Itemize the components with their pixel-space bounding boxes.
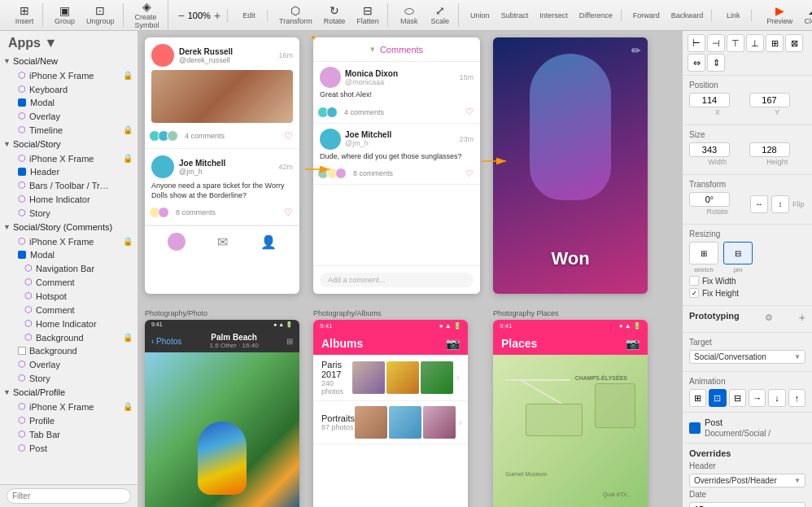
- align-left-button[interactable]: ⊢: [688, 34, 705, 52]
- anim-btn-3[interactable]: ⊟: [729, 389, 746, 407]
- canvas[interactable]: Derek Russell @derek_russell 16m: [138, 31, 682, 507]
- cloud-button[interactable]: ☁ Cloud: [799, 3, 812, 27]
- story-card[interactable]: Won ✏: [493, 37, 648, 294]
- create-symbol-button[interactable]: ◈ Create Symbol: [130, 0, 164, 31]
- comments-title: Comments: [380, 45, 423, 55]
- date-field[interactable]: [689, 502, 805, 507]
- zoom-minus-button[interactable]: −: [177, 9, 186, 22]
- album-item-paris[interactable]: Paris 2017 240 photos ›: [313, 355, 468, 401]
- social-post-card[interactable]: Derek Russell @derek_russell 16m: [145, 37, 299, 294]
- heart-icon-c1[interactable]: ♡: [465, 107, 474, 117]
- heart-icon-c2[interactable]: ♡: [465, 168, 474, 179]
- union-button[interactable]: Union: [465, 10, 495, 21]
- target-dropdown[interactable]: Social/Conversation ▼: [689, 350, 805, 364]
- backward-button[interactable]: Backward: [666, 10, 709, 21]
- sidebar-section-social-story[interactable]: ▼ Social/Story: [0, 137, 138, 151]
- sidebar-item-overlay-1[interactable]: ⬡ Overlay: [0, 109, 138, 123]
- sidebar-item-iphone-frame-1[interactable]: ⬡ iPhone X Frame 🔒: [0, 68, 138, 82]
- align-middle-button[interactable]: ⊞: [766, 34, 784, 52]
- sidebar-item-iphone-frame-3[interactable]: ⬡ iPhone X Frame 🔒: [0, 234, 138, 248]
- rotate-field[interactable]: [689, 192, 730, 207]
- edit-button[interactable]: Edit: [234, 10, 264, 21]
- y-position-field[interactable]: [749, 93, 790, 107]
- align-right-button[interactable]: ⊤: [727, 34, 744, 52]
- sidebar-item-modal-1[interactable]: Modal: [0, 96, 138, 109]
- sidebar-item-comment-2[interactable]: ⬡ Comment: [0, 303, 138, 317]
- flip-v-button[interactable]: ↕: [771, 195, 789, 213]
- forward-button[interactable]: Forward: [628, 10, 665, 21]
- sidebar-item-background-1[interactable]: ⬡ Background 🔒: [0, 330, 138, 344]
- comment-input[interactable]: Add a comment...: [320, 273, 474, 287]
- sidebar-item-story-2[interactable]: ⬡ Story: [0, 371, 138, 385]
- rotate-button[interactable]: ↻ Rotate: [319, 3, 351, 27]
- sidebar-item-modal-2[interactable]: Modal: [0, 248, 138, 261]
- fix-height-checkbox[interactable]: ✓: [689, 288, 699, 298]
- mask-button[interactable]: ⬭ Mask: [395, 3, 424, 27]
- transform-button[interactable]: ⬡ Transform: [274, 3, 317, 27]
- sidebar-section-story-comments[interactable]: ▼ Social/Story (Comments): [0, 220, 138, 234]
- height-field[interactable]: [749, 142, 790, 157]
- symbol-icon: ⬡: [18, 180, 26, 190]
- heart-icon-2[interactable]: ♡: [284, 207, 293, 218]
- photo-card[interactable]: 9:41 ● ▲ 🔋 ‹ Photos Palm Beach 1.6 Other…: [145, 320, 299, 507]
- sidebar-section-social-profile[interactable]: ▼ Social/Profile: [0, 385, 138, 400]
- preview-button[interactable]: ▶ Preview: [762, 3, 797, 27]
- anim-btn-6[interactable]: ↑: [788, 389, 805, 407]
- album-item-portraits[interactable]: Portraits 87 photos ›: [313, 401, 468, 444]
- resizing-btn-2[interactable]: ⊟: [723, 242, 753, 264]
- sidebar-item-nav-bar[interactable]: ⬡ Navigation Bar: [0, 261, 138, 275]
- anim-btn-2[interactable]: ⊡: [709, 389, 726, 407]
- filter-input[interactable]: [7, 488, 131, 504]
- heart-icon-1[interactable]: ♡: [284, 130, 293, 142]
- distribute-h-button[interactable]: ⇔: [688, 54, 705, 72]
- scale-button[interactable]: ⤢ Scale: [426, 3, 455, 27]
- anim-btn-1[interactable]: ⊞: [689, 389, 706, 407]
- sidebar-item-keyboard[interactable]: ⬡ Keyboard: [0, 82, 138, 96]
- places-card[interactable]: 9:41 ● ▲ 🔋 Places 📷: [493, 320, 648, 507]
- sidebar-item-comment-1[interactable]: ⬡ Comment: [0, 275, 138, 289]
- sidebar-section-social-new[interactable]: ▼ Social/New: [0, 54, 138, 68]
- x-position-field[interactable]: [689, 93, 730, 107]
- fix-width-checkbox[interactable]: [689, 276, 699, 286]
- anim-btn-5[interactable]: ↓: [768, 389, 785, 407]
- sidebar-item-timeline[interactable]: ⬡ Timeline 🔒: [0, 123, 138, 137]
- sidebar-item-tab-bar[interactable]: ⬡ Tab Bar: [0, 427, 138, 441]
- plus-icon[interactable]: +: [799, 311, 805, 324]
- subtract-button[interactable]: Subtract: [496, 10, 534, 21]
- sidebar-item-post[interactable]: ⬡ Post: [0, 441, 138, 455]
- ungroup-button[interactable]: ⊡ Ungroup: [81, 3, 120, 27]
- sidebar-item-iphone-frame-2[interactable]: ⬡ iPhone X Frame 🔒: [0, 151, 138, 165]
- align-center-button[interactable]: ⊣: [707, 34, 725, 52]
- sidebar-item-story-1[interactable]: ⬡ Story: [0, 206, 138, 220]
- align-bottom-button[interactable]: ⊠: [785, 34, 803, 52]
- sidebar-item-home-indicator-2[interactable]: ⬡ Home Indicator: [0, 317, 138, 330]
- flip-h-button[interactable]: ↔: [750, 195, 768, 213]
- resizing-btn-1[interactable]: ⊞: [689, 242, 718, 264]
- anim-btn-4[interactable]: →: [749, 389, 766, 407]
- comment-count-2: 8 comments: [176, 208, 216, 216]
- zoom-plus-button[interactable]: +: [212, 9, 222, 22]
- difference-button[interactable]: Difference: [574, 10, 618, 21]
- sidebar-item-overlay-2[interactable]: ⬡ Overlay: [0, 357, 138, 371]
- sidebar-item-header[interactable]: Header: [0, 165, 138, 178]
- sidebar-item-background-rect[interactable]: Background: [0, 344, 138, 357]
- zoom-value: 100%: [188, 11, 211, 20]
- sidebar-header[interactable]: Apps ▼: [0, 31, 138, 54]
- albums-card[interactable]: 9:41 ● ▲ 🔋 Albums 📷 Paris 2017 240 p: [313, 320, 468, 507]
- sidebar-item-profile[interactable]: ⬡ Profile: [0, 413, 138, 427]
- sidebar-item-hotspot[interactable]: ⬡ Hotspot: [0, 289, 138, 303]
- group-button[interactable]: ▣ Group: [50, 3, 80, 27]
- distribute-v-button[interactable]: ⇕: [707, 54, 725, 72]
- sidebar-item-bars-toolbar[interactable]: ⬡ Bars / Toolbar / Transparent...: [0, 178, 138, 192]
- insert-button[interactable]: ⊞ Insert: [10, 3, 39, 27]
- sidebar-item-iphone-frame-4[interactable]: ⬡ iPhone X Frame 🔒: [0, 400, 138, 413]
- flatten-button[interactable]: ⊟ Flatten: [351, 3, 384, 27]
- comments-card[interactable]: ▾ Comments Monica Dixon @monicaaa 15m: [313, 37, 480, 294]
- sidebar-item-home-indicator[interactable]: ⬡ Home Indicator: [0, 192, 138, 206]
- gear-icon[interactable]: ⚙: [765, 313, 773, 323]
- align-top-button[interactable]: ⊥: [746, 34, 764, 52]
- header-override-dropdown[interactable]: Overrides/Post/Header ▼: [689, 474, 805, 487]
- width-field[interactable]: [689, 142, 730, 157]
- link-button[interactable]: Link: [718, 10, 748, 21]
- intersect-button[interactable]: Intersect: [535, 10, 573, 21]
